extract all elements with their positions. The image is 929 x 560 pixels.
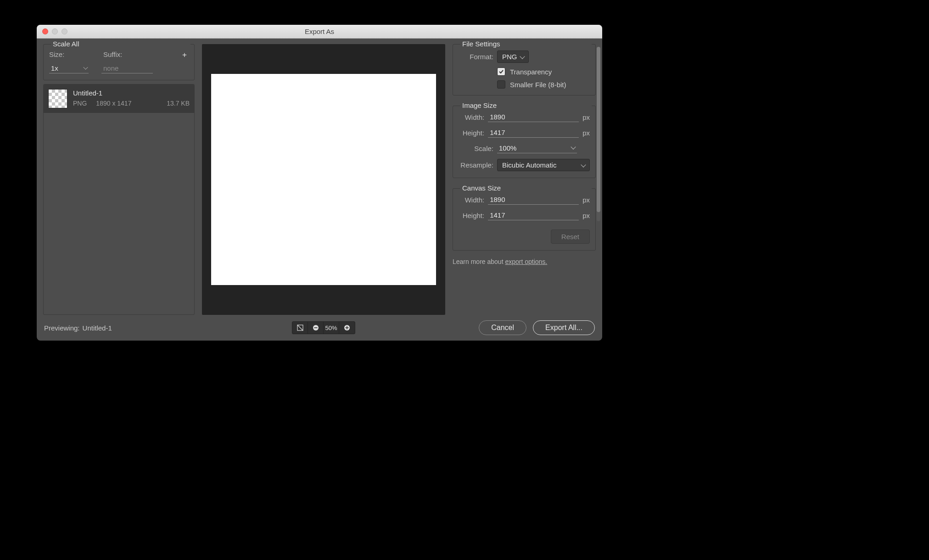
zoom-out-icon[interactable] (308, 322, 324, 334)
file-settings-fieldset: File Settings Format: PNG Transparency (453, 44, 596, 95)
preview-canvas (211, 74, 436, 285)
titlebar: Export As (37, 25, 602, 39)
svg-rect-2 (314, 327, 317, 328)
transparency-checkbox[interactable] (497, 67, 505, 76)
size-label: Size: (49, 50, 103, 60)
px-unit: px (582, 113, 590, 121)
asset-thumbnail (48, 89, 67, 108)
preview-background (202, 44, 445, 315)
right-panel: File Settings Format: PNG Transparency (453, 44, 596, 315)
asset-dimensions: 1890 x 1417 (96, 100, 131, 107)
reset-button[interactable]: Reset (551, 230, 590, 244)
export-as-dialog: Export As Scale All Size: Suffix: + 1x (37, 25, 602, 341)
maximize-icon (62, 28, 67, 34)
format-select[interactable]: PNG (497, 50, 529, 63)
canvas-size-fieldset: Canvas Size Width: px Height: px Reset (453, 188, 596, 251)
svg-rect-5 (347, 326, 347, 330)
export-options-link[interactable]: export options. (505, 258, 547, 265)
left-panel: Scale All Size: Suffix: + 1x (43, 44, 195, 315)
resample-select[interactable]: Bicubic Automatic (497, 159, 590, 171)
window-controls (42, 28, 67, 34)
image-height-input[interactable] (488, 128, 579, 138)
minimize-icon (52, 28, 58, 34)
canvas-height-input[interactable] (488, 210, 579, 220)
image-scale-select[interactable]: 100% (497, 143, 577, 153)
previewing-name: Untitled-1 (83, 324, 112, 332)
suffix-input[interactable] (101, 63, 153, 73)
smaller-file-label: Smaller File (8-bit) (510, 81, 566, 89)
zoom-fit-icon[interactable] (292, 322, 308, 334)
image-size-fieldset: Image Size Width: px Height: px Scale: (453, 106, 596, 178)
file-settings-legend: File Settings (460, 40, 592, 48)
close-icon[interactable] (42, 28, 48, 34)
canvas-size-legend: Canvas Size (460, 184, 592, 192)
px-unit: px (582, 212, 590, 219)
image-size-legend: Image Size (460, 101, 592, 109)
image-height-label: Height: (459, 129, 484, 137)
zoom-control: 50% (292, 321, 355, 334)
resample-label: Resample: (459, 161, 493, 169)
scale-all-fieldset: Scale All Size: Suffix: + 1x (43, 44, 195, 80)
add-scale-button[interactable]: + (180, 50, 189, 60)
transparency-label: Transparency (510, 68, 552, 76)
px-unit: px (582, 196, 590, 204)
asset-item[interactable]: Untitled-1 PNG 1890 x 1417 13.7 KB (44, 84, 194, 113)
cancel-button[interactable]: Cancel (479, 320, 526, 335)
footer: Previewing: Untitled-1 50% Cancel Export… (37, 315, 602, 341)
scale-all-legend: Scale All (51, 40, 190, 48)
preview-panel (202, 44, 445, 315)
asset-format: PNG (73, 100, 87, 107)
asset-filesize: 13.7 KB (167, 100, 190, 107)
zoom-in-icon[interactable] (339, 322, 355, 334)
previewing-label: Previewing: (44, 324, 80, 332)
scrollbar[interactable] (597, 47, 600, 221)
canvas-width-input[interactable] (488, 195, 579, 205)
canvas-height-label: Height: (459, 212, 484, 219)
smaller-file-checkbox[interactable] (497, 80, 505, 89)
canvas-width-label: Width: (459, 196, 484, 204)
zoom-level[interactable]: 50% (324, 322, 339, 334)
size-select[interactable]: 1x (49, 63, 89, 73)
image-scale-label: Scale: (459, 145, 493, 152)
export-all-button[interactable]: Export All... (533, 320, 595, 335)
learn-more: Learn more about export options. (453, 258, 596, 265)
image-width-input[interactable] (488, 112, 579, 122)
asset-name: Untitled-1 (73, 89, 190, 97)
asset-list: Untitled-1 PNG 1890 x 1417 13.7 KB (43, 84, 195, 315)
format-label: Format: (459, 53, 493, 61)
image-width-label: Width: (459, 113, 484, 121)
suffix-label: Suffix: (103, 50, 180, 60)
dialog-title: Export As (37, 28, 602, 35)
px-unit: px (582, 129, 590, 137)
